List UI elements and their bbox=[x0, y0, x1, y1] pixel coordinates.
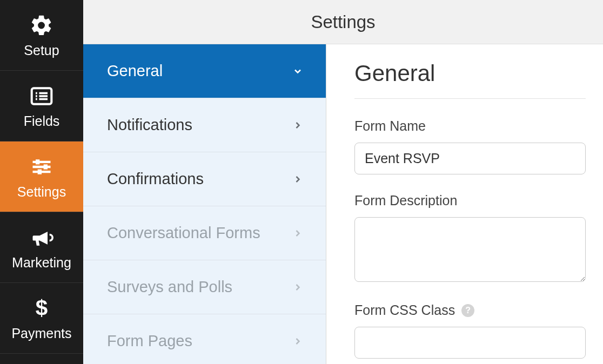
chevron-right-icon bbox=[291, 281, 304, 294]
settings-item-label: Form Pages bbox=[107, 332, 192, 350]
settings-item-conversational-forms[interactable]: Conversational Forms bbox=[83, 206, 326, 260]
chevron-down-icon bbox=[291, 65, 304, 78]
nav-label: Fields bbox=[24, 113, 60, 129]
list-icon bbox=[29, 83, 55, 109]
settings-item-label: Conversational Forms bbox=[107, 224, 260, 242]
nav-fields[interactable]: Fields bbox=[0, 71, 83, 141]
form-css-class-input[interactable] bbox=[354, 327, 586, 359]
form-name-input[interactable] bbox=[354, 143, 586, 174]
chevron-right-icon bbox=[291, 173, 304, 186]
field-form-css-class: Form CSS Class ? bbox=[354, 302, 586, 359]
top-bar: Settings bbox=[83, 0, 603, 44]
settings-item-surveys-polls[interactable]: Surveys and Polls bbox=[83, 260, 326, 314]
chevron-right-icon bbox=[291, 227, 304, 240]
sliders-icon bbox=[29, 154, 55, 180]
left-nav: Setup Fields Settings Marketing $ bbox=[0, 0, 83, 364]
form-description-textarea[interactable] bbox=[354, 217, 586, 282]
field-label: Form CSS Class ? bbox=[354, 302, 586, 318]
body-area: General Notifications Confirmations Conv… bbox=[83, 44, 603, 364]
settings-item-general[interactable]: General bbox=[83, 44, 326, 98]
settings-sub-panel[interactable]: General Notifications Confirmations Conv… bbox=[83, 44, 326, 364]
content-pane: General Form Name Form Description Form … bbox=[326, 44, 603, 364]
main-area: Settings General Notifications Confirmat… bbox=[83, 0, 603, 364]
settings-item-label: General bbox=[107, 62, 163, 80]
nav-marketing[interactable]: Marketing bbox=[0, 212, 83, 283]
nav-label: Marketing bbox=[12, 255, 71, 271]
settings-item-form-pages[interactable]: Form Pages bbox=[83, 314, 326, 364]
settings-item-label: Notifications bbox=[107, 116, 192, 134]
chevron-right-icon bbox=[291, 335, 304, 348]
gear-icon bbox=[29, 12, 55, 38]
svg-rect-12 bbox=[38, 169, 42, 174]
settings-item-notifications[interactable]: Notifications bbox=[83, 98, 326, 152]
nav-setup[interactable]: Setup bbox=[0, 0, 83, 71]
help-icon[interactable]: ? bbox=[461, 304, 474, 317]
svg-rect-10 bbox=[44, 164, 48, 169]
field-label: Form Description bbox=[354, 193, 586, 208]
svg-text:$: $ bbox=[36, 296, 48, 320]
settings-item-label: Confirmations bbox=[107, 170, 204, 188]
svg-rect-8 bbox=[36, 159, 39, 164]
nav-payments[interactable]: $ Payments bbox=[0, 283, 83, 354]
bullhorn-icon bbox=[29, 225, 55, 251]
nav-label: Settings bbox=[17, 184, 66, 200]
field-form-name: Form Name bbox=[354, 118, 586, 174]
dollar-icon: $ bbox=[29, 295, 55, 321]
page-title: Settings bbox=[311, 12, 375, 32]
field-label-text: Form CSS Class bbox=[354, 302, 455, 318]
settings-item-confirmations[interactable]: Confirmations bbox=[83, 152, 326, 206]
settings-item-label: Surveys and Polls bbox=[107, 278, 232, 296]
field-label: Form Name bbox=[354, 118, 586, 134]
nav-label: Payments bbox=[11, 326, 71, 341]
content-heading: General bbox=[354, 60, 586, 99]
field-form-description: Form Description bbox=[354, 193, 586, 284]
nav-label: Setup bbox=[24, 43, 59, 58]
nav-settings[interactable]: Settings bbox=[0, 141, 83, 212]
chevron-right-icon bbox=[291, 119, 304, 132]
